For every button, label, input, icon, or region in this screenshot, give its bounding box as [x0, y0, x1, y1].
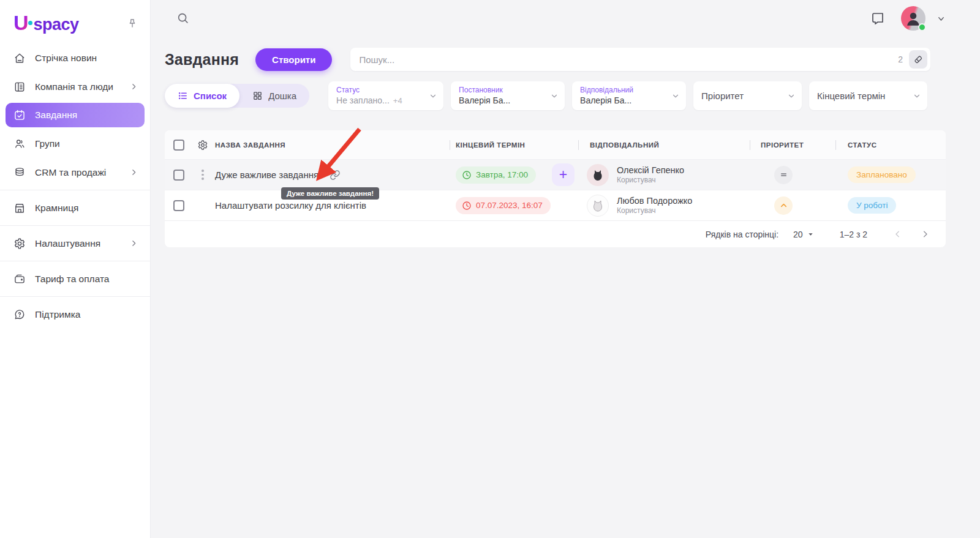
sidebar-item-label: Групи: [35, 138, 60, 149]
priority-high-icon[interactable]: [774, 196, 793, 215]
page-title: Завдання: [165, 51, 239, 69]
column-header-status[interactable]: СТАТУС: [848, 141, 877, 149]
column-header-assignee[interactable]: ВІДПОВІДАЛЬНИЙ: [590, 141, 659, 149]
row-menu-kebab-icon[interactable]: [202, 170, 204, 180]
sidebar-item-company[interactable]: Компанія та люди: [0, 72, 150, 101]
sidebar-item-support[interactable]: Підтримка: [0, 300, 150, 329]
assignee-avatar[interactable]: [587, 164, 609, 186]
table-settings-gear-icon[interactable]: [197, 140, 208, 151]
priority-normal-icon[interactable]: [774, 166, 793, 184]
groups-icon: [13, 138, 26, 150]
sidebar: U spacy Стрічка новин Компанія та люди З…: [0, 0, 151, 538]
chevron-right-icon: [130, 168, 138, 176]
sidebar-item-crm[interactable]: CRM та продажі: [0, 158, 150, 187]
list-icon: [178, 91, 188, 101]
create-task-button[interactable]: Створити: [255, 48, 332, 71]
filter-reporter[interactable]: Постановник Валерія Ба...: [451, 81, 565, 110]
sidebar-item-tasks[interactable]: Завдання: [6, 103, 145, 127]
filter-status-label: Статус: [336, 86, 425, 95]
assignee-avatar[interactable]: [587, 195, 609, 217]
chevron-down-icon: [550, 92, 559, 100]
table-footer: Рядків на сторінці: 20 1–2 з 2: [165, 220, 946, 247]
rows-per-page-value: 20: [793, 230, 803, 239]
view-list-label: Список: [194, 91, 227, 101]
sidebar-item-label: Крамниця: [35, 203, 78, 214]
pin-sidebar-icon[interactable]: [127, 18, 138, 29]
chevron-down-icon[interactable]: [937, 14, 946, 23]
chevron-down-icon: [671, 92, 680, 100]
uspacy-logo[interactable]: U spacy: [13, 11, 79, 35]
clock-icon: [462, 170, 472, 180]
chevron-down-icon: [807, 231, 814, 237]
wallet-icon: [13, 273, 26, 285]
row-checkbox[interactable]: [173, 200, 184, 211]
column-header-deadline[interactable]: КІНЦЕВИЙ ТЕРМІН: [456, 141, 525, 149]
task-title-link[interactable]: Дуже важливе завдання!: [215, 170, 321, 180]
status-badge[interactable]: У роботі: [848, 197, 896, 214]
row-checkbox[interactable]: [173, 170, 184, 181]
view-board-label: Дошка: [268, 91, 296, 101]
sidebar-item-label: Підтримка: [35, 309, 80, 320]
main-area: Завдання Створити 2 Список: [151, 0, 980, 538]
logo-text: spacy: [34, 15, 79, 34]
column-header-priority[interactable]: ПРІОРИТЕТ: [761, 141, 804, 149]
copy-link-icon[interactable]: [330, 170, 341, 181]
assignee-name: Олексій Гепенко: [617, 165, 684, 176]
assignee-role: Користувач: [617, 176, 684, 185]
clock-icon: [462, 201, 472, 211]
global-search-icon[interactable]: [176, 12, 190, 25]
filter-status[interactable]: Статус Не заплано...+4: [328, 81, 443, 110]
select-all-checkbox[interactable]: [173, 140, 184, 151]
sidebar-item-label: Тариф та оплата: [35, 274, 109, 285]
sidebar-item-label: Налаштування: [35, 238, 100, 249]
active-filters-count: 2: [898, 54, 903, 64]
column-header-name[interactable]: НАЗВА ЗАВДАННЯ: [215, 141, 285, 149]
filter-status-value: Не заплано...: [336, 95, 390, 105]
company-icon: [13, 81, 26, 93]
deadline-text: 07.07.2023, 16:07: [476, 201, 543, 210]
support-question-icon: [13, 308, 26, 321]
filter-status-extra: +4: [393, 96, 402, 105]
quick-add-button[interactable]: +: [552, 163, 575, 186]
table-row[interactable]: Дуже важливе завдання! Завтра, 17:00 +: [165, 159, 946, 190]
topbar: [151, 0, 980, 37]
sidebar-item-billing[interactable]: Тариф та оплата: [0, 264, 150, 293]
deadline-badge[interactable]: Завтра, 17:00: [456, 166, 536, 184]
search-input[interactable]: [359, 54, 898, 65]
chevron-right-icon: [130, 83, 138, 91]
home-icon: [13, 52, 26, 64]
filter-deadline[interactable]: Кінцевий термін: [809, 81, 927, 110]
view-board-tab[interactable]: Дошка: [239, 84, 309, 108]
sidebar-item-newsfeed[interactable]: Стрічка новин: [0, 43, 150, 72]
filter-assignee-value: Валерія Ба...: [580, 95, 668, 106]
gear-icon: [13, 237, 26, 250]
assignee-role: Користувач: [617, 206, 692, 215]
crm-coins-icon: [13, 166, 26, 179]
filter-assignee[interactable]: Відповідальний Валерія Ба...: [572, 81, 686, 110]
divider: [0, 190, 150, 190]
task-title-link[interactable]: Налаштувати розсилку для клієнтів: [215, 200, 366, 211]
user-menu[interactable]: [901, 6, 946, 31]
sidebar-item-groups[interactable]: Групи: [0, 129, 150, 158]
tasks-calendar-icon: [13, 109, 26, 121]
chat-icon[interactable]: [870, 11, 885, 26]
clear-filters-button[interactable]: [909, 50, 927, 69]
view-list-tab[interactable]: Список: [165, 84, 239, 108]
task-search-field[interactable]: 2: [350, 48, 930, 71]
deadline-badge[interactable]: 07.07.2023, 16:07: [456, 197, 551, 214]
filter-assignee-label: Відповідальний: [580, 86, 668, 95]
divider: [0, 296, 150, 297]
sidebar-item-store[interactable]: Крамниця: [0, 193, 150, 222]
previous-page-button[interactable]: [888, 227, 907, 241]
deadline-text: Завтра, 17:00: [476, 170, 528, 179]
sidebar-item-settings[interactable]: Налаштування: [0, 229, 150, 258]
sidebar-item-label: CRM та продажі: [35, 167, 106, 178]
status-badge[interactable]: Заплановано: [848, 166, 916, 183]
assignee-name: Любов Подорожко: [617, 195, 692, 206]
user-avatar[interactable]: [901, 6, 925, 31]
filter-priority[interactable]: Пріоритет: [693, 81, 802, 110]
task-title-tooltip: Дуже важливе завдання!: [281, 187, 379, 200]
sidebar-nav: Стрічка новин Компанія та люди Завдання …: [0, 43, 150, 329]
rows-per-page-select[interactable]: 20: [793, 230, 814, 239]
next-page-button[interactable]: [916, 227, 935, 241]
